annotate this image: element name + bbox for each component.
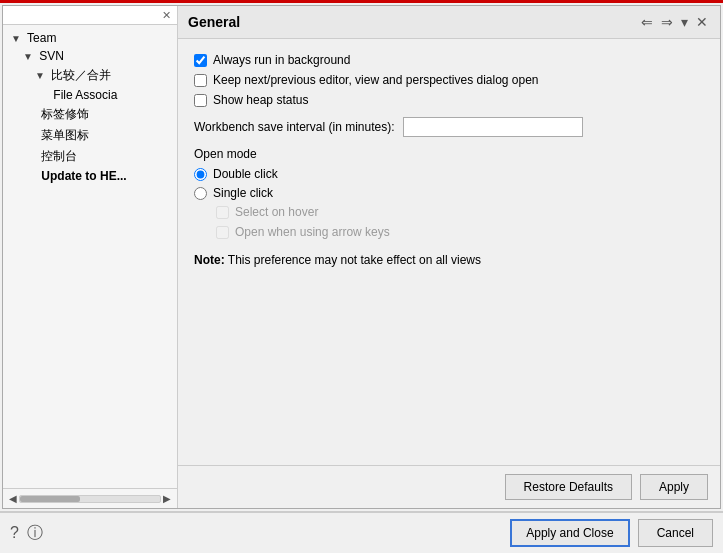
search-input[interactable]: svn — [7, 8, 160, 22]
sub-options: Select on hover Open when using arrow ke… — [216, 205, 704, 239]
cancel-button[interactable]: Cancel — [638, 519, 713, 547]
tree-label-console: 控制台 — [41, 149, 77, 163]
keep-editors-label: Keep next/previous editor, view and pers… — [213, 73, 539, 87]
show-heap-row: Show heap status — [194, 93, 704, 107]
tree-item-svn[interactable]: ▼ SVN — [3, 47, 177, 65]
bottom-right: Apply and Close Cancel — [510, 519, 713, 547]
open-arrow-keys-checkbox[interactable] — [216, 226, 229, 239]
help-icon[interactable]: ? — [10, 524, 19, 542]
scroll-track[interactable] — [19, 495, 161, 503]
double-click-radio[interactable] — [194, 168, 207, 181]
tree-arrow-team: ▼ — [11, 33, 21, 44]
open-arrow-keys-label: Open when using arrow keys — [235, 225, 390, 239]
double-click-row: Double click — [194, 167, 704, 181]
top-accent — [0, 0, 723, 3]
tree-label-tagdeco: 标签修饰 — [41, 107, 89, 121]
search-clear-icon[interactable]: ✕ — [160, 9, 173, 22]
tree-item-fileassoc[interactable]: File Associa — [3, 86, 177, 104]
tree-area: ▼ Team ▼ SVN ▼ 比较／合并 File Associa 标签修饰 — [3, 25, 177, 488]
tree-item-compare[interactable]: ▼ 比较／合并 — [3, 65, 177, 86]
note-text: Note: This preference may not take effec… — [194, 253, 704, 267]
note-content: This preference may not take effect on a… — [228, 253, 481, 267]
tree-item-menuicon[interactable]: 菜单图标 — [3, 125, 177, 146]
panel-content: Always run in background Keep next/previ… — [178, 39, 720, 465]
bottom-bar: ? ⓘ Apply and Close Cancel — [0, 511, 723, 553]
keep-editors-row: Keep next/previous editor, view and pers… — [194, 73, 704, 87]
scroll-right-arrow[interactable]: ▶ — [161, 493, 173, 504]
panel-header: General ⇐ ⇒ ▾ ✕ — [178, 6, 720, 39]
tree-arrow-compare: ▼ — [35, 70, 45, 81]
select-on-hover-checkbox[interactable] — [216, 206, 229, 219]
open-arrow-keys-row: Open when using arrow keys — [216, 225, 704, 239]
show-heap-checkbox[interactable] — [194, 94, 207, 107]
dropdown-icon[interactable]: ▾ — [679, 12, 690, 32]
double-click-label: Double click — [213, 167, 278, 181]
apply-and-close-button[interactable]: Apply and Close — [510, 519, 629, 547]
apply-button[interactable]: Apply — [640, 474, 708, 500]
scroll-left-arrow[interactable]: ◀ — [7, 493, 19, 504]
tree-label-menuicon: 菜单图标 — [41, 128, 89, 142]
note-bold: Note: — [194, 253, 225, 267]
single-click-label: Single click — [213, 186, 273, 200]
always-run-bg-checkbox[interactable] — [194, 54, 207, 67]
nav-forward-icon[interactable]: ⇒ — [659, 12, 675, 32]
open-mode-label: Open mode — [194, 147, 704, 161]
single-click-radio[interactable] — [194, 187, 207, 200]
close-icon[interactable]: ✕ — [694, 12, 710, 32]
tree-label-updatehead: Update to HE... — [41, 169, 126, 183]
keep-editors-checkbox[interactable] — [194, 74, 207, 87]
tree-item-updatehead[interactable]: Update to HE... — [3, 167, 177, 185]
always-run-bg-label: Always run in background — [213, 53, 350, 67]
radio-group: Double click Single click Select on hove… — [194, 167, 704, 239]
scroll-thumb — [20, 496, 80, 502]
tree-item-team[interactable]: ▼ Team — [3, 29, 177, 47]
scroll-bottom: ◀ ▶ — [3, 488, 177, 508]
info-icon[interactable]: ⓘ — [27, 523, 43, 544]
tree-item-tagdeco[interactable]: 标签修饰 — [3, 104, 177, 125]
tree-label-compare: 比较／合并 — [51, 68, 111, 82]
save-interval-input[interactable]: 5 — [403, 117, 583, 137]
panel-actions: Restore Defaults Apply — [178, 465, 720, 508]
tree-label-svn: SVN — [39, 49, 64, 63]
main-container: svn ✕ ▼ Team ▼ SVN ▼ 比较／合并 File Associa — [2, 5, 721, 509]
header-icons: ⇐ ⇒ ▾ ✕ — [639, 12, 710, 32]
select-on-hover-label: Select on hover — [235, 205, 318, 219]
select-on-hover-row: Select on hover — [216, 205, 704, 219]
save-interval-label: Workbench save interval (in minutes): — [194, 120, 395, 134]
search-bar: svn ✕ — [3, 6, 177, 25]
tree-item-console[interactable]: 控制台 — [3, 146, 177, 167]
tree-label-fileassoc: File Associa — [53, 88, 117, 102]
nav-back-icon[interactable]: ⇐ — [639, 12, 655, 32]
save-interval-row: Workbench save interval (in minutes): 5 — [194, 117, 704, 137]
single-click-row: Single click — [194, 186, 704, 200]
tree-label-team: Team — [27, 31, 56, 45]
show-heap-label: Show heap status — [213, 93, 308, 107]
right-panel: General ⇐ ⇒ ▾ ✕ Always run in background… — [178, 6, 720, 508]
always-run-bg-row: Always run in background — [194, 53, 704, 67]
restore-defaults-button[interactable]: Restore Defaults — [505, 474, 632, 500]
bottom-left-icons: ? ⓘ — [10, 523, 43, 544]
panel-title: General — [188, 14, 240, 30]
tree-arrow-svn: ▼ — [23, 51, 33, 62]
left-panel: svn ✕ ▼ Team ▼ SVN ▼ 比较／合并 File Associa — [3, 6, 178, 508]
